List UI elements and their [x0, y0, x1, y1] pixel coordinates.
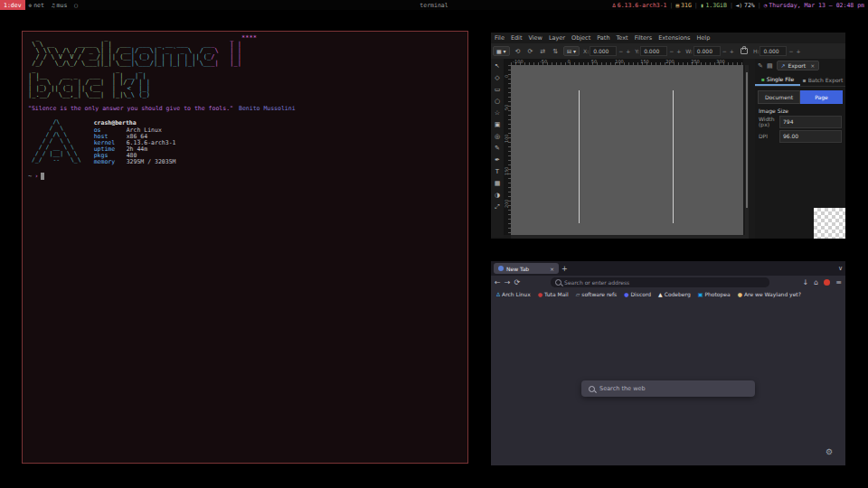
bookmark-tuta-mail[interactable]: ●Tuta Mail [538, 291, 569, 297]
url-bar[interactable]: Search or enter address [551, 277, 769, 287]
ascii-banner: _ _ _ **** \ \ __ _____ | | ___ ___ _ __… [28, 35, 462, 99]
menu-edit[interactable]: Edit [511, 34, 523, 42]
field-x[interactable]: X:0.000−+ [583, 46, 631, 56]
bookmark-software-refs[interactable]: ▱software refs [576, 291, 618, 297]
status-bar: 1:dev⊕net♫mus▢ terminal Δ6.13.6-arch3-1|… [0, 0, 868, 10]
vertical-ruler: 050100150200 [504, 65, 511, 235]
menu-path[interactable]: Path [597, 34, 609, 42]
flip-horizontal-icon[interactable]: ⇄ [538, 48, 547, 55]
rotate-cw-icon[interactable]: ⟳ [525, 48, 534, 55]
status-vol: ◄)72% [736, 2, 755, 9]
back-button[interactable]: ← [495, 278, 501, 286]
measure-tool[interactable]: ⤢ [492, 202, 503, 212]
fetch-rows: osArch Linuxhostx86_64kernel6.13.6-arch3… [94, 127, 176, 165]
star-tool[interactable]: ☆ [492, 108, 503, 118]
url-placeholder: Search or enter address [564, 279, 629, 286]
align-dropdown[interactable]: ⊟ ▾ [563, 46, 580, 56]
layers-icon[interactable]: ▤ [767, 62, 773, 70]
bookmark-icon: ● [624, 291, 628, 297]
status-ram: ▮1.3GiB [701, 2, 727, 9]
canvas-horizontal-scrollbar[interactable] [511, 235, 749, 239]
ruler-tick: 300 [716, 59, 725, 64]
ruler-tick: 150 [640, 59, 649, 64]
tab-batch-export[interactable]: ▪Batch Export [800, 74, 845, 86]
menu-layer[interactable]: Layer [549, 34, 565, 42]
page-button[interactable]: Page [800, 90, 843, 104]
tab-favicon [498, 266, 504, 271]
prompt-path: ~ [28, 173, 32, 180]
tool-options-bar: ▦ ▾ ⟲ ⟳ ⇄ ⇅ ⊟ ▾ X:0.000−+Y:0.000−+W:0.00… [491, 43, 845, 59]
rotate-ccw-icon[interactable]: ⟲ [514, 48, 523, 55]
workspace-mus[interactable]: ♫mus [48, 0, 71, 10]
ellipse-tool[interactable]: ○ [492, 96, 503, 107]
workspace-square[interactable]: ▢ [71, 0, 81, 10]
tab-close-icon[interactable]: × [550, 266, 554, 272]
menu-text[interactable]: Text [617, 34, 628, 42]
workspace-list: 1:dev⊕net♫mus▢ [0, 0, 81, 10]
lock-icon[interactable] [741, 48, 748, 54]
workspace-net[interactable]: ⊕net [25, 0, 48, 10]
clock-icon: ◔ [764, 2, 768, 8]
menu-icon[interactable]: ≡ [835, 278, 842, 286]
drawing-canvas[interactable] [511, 65, 743, 235]
shell-prompt[interactable]: ~› [28, 173, 462, 180]
field-h[interactable]: H:0.000−+ [753, 46, 802, 56]
web-search-input[interactable]: Search the web [581, 380, 755, 397]
list-all-tabs-icon[interactable]: ∨ [838, 265, 843, 272]
menu-filters[interactable]: Filters [635, 34, 652, 42]
flip-vertical-icon[interactable]: ⇅ [551, 48, 560, 55]
dpi-input[interactable]: 96.00 [779, 130, 842, 143]
pen-tool[interactable]: ✒ [492, 155, 503, 165]
close-icon[interactable]: × [810, 62, 815, 69]
terminal-window[interactable]: _ _ _ **** \ \ __ _____ | | ___ ___ _ __… [22, 31, 468, 464]
selector-tool[interactable]: ↖ [492, 61, 503, 71]
separator: | [730, 2, 733, 9]
menu-object[interactable]: Object [571, 34, 590, 42]
personalize-gear-icon[interactable]: ⚙ [826, 447, 833, 456]
bookmark-are-we-wayland-yet-[interactable]: ●Are we Wayland yet? [738, 291, 801, 297]
tab-new-tab[interactable]: New Tab × [494, 263, 559, 274]
field-w[interactable]: W:0.000−+ [685, 46, 735, 56]
gradient-tool[interactable]: ▦ [492, 178, 503, 189]
bookmark-codeberg[interactable]: ▲Codeberg [658, 291, 691, 297]
export-dialog-tab[interactable]: ↗ Export × [777, 61, 820, 70]
pencil-tool[interactable]: ✎ [492, 143, 503, 154]
menu-view[interactable]: View [528, 34, 542, 42]
document-button[interactable]: Document [758, 90, 800, 104]
new-tab-button[interactable]: + [561, 265, 568, 273]
menu-file[interactable]: File [495, 34, 505, 42]
coordinate-fields: X:0.000−+Y:0.000−+W:0.000−+H:0.000−+ [583, 46, 801, 56]
prompt-char: › [34, 173, 38, 180]
dropper-tool[interactable]: ◑ [492, 190, 503, 201]
forward-button[interactable]: → [505, 278, 511, 286]
width-input[interactable]: 794 [779, 116, 842, 128]
text-tool[interactable]: T [492, 166, 503, 177]
box3d-tool[interactable]: ▣ [492, 119, 503, 130]
disk-icon: ▤ [675, 2, 679, 8]
selection-mode-dropdown[interactable]: ▦ ▾ [493, 46, 510, 56]
adblock-extension-icon[interactable] [824, 279, 830, 286]
field-y[interactable]: Y:0.000−+ [635, 46, 682, 56]
menu-help[interactable]: Help [696, 34, 710, 42]
rectangle-tool[interactable]: ▭ [492, 84, 503, 95]
tab-single-file[interactable]: ▪Single File [755, 74, 800, 86]
xml-editor-icon[interactable]: ✎ [758, 62, 763, 70]
canvas-vertical-scrollbar[interactable] [745, 65, 749, 235]
node-tool[interactable]: ◇ [492, 72, 503, 83]
bookmark-photopea[interactable]: ▣Photopea [698, 291, 731, 297]
ruler-tick: 150 [504, 166, 509, 175]
downloads-icon[interactable]: ↓ [803, 278, 809, 286]
bookmark-arch-linux[interactable]: ΔArch Linux [496, 291, 531, 297]
bookmark-icon: ▲ [658, 291, 663, 297]
ruler-tick: 250 [691, 59, 700, 64]
terminal-cursor [41, 173, 44, 180]
workspace-1:dev[interactable]: 1:dev [0, 0, 25, 10]
user-host: crash@bertha [94, 119, 176, 127]
bookmark-discord[interactable]: ●Discord [624, 291, 651, 297]
spiral-tool[interactable]: ◎ [492, 131, 503, 142]
ruler-tick: 50 [591, 59, 597, 64]
reload-button[interactable]: ⟳ [514, 278, 520, 286]
home-icon[interactable]: ⌂ [814, 278, 818, 286]
menu-extensions[interactable]: Extensions [658, 34, 690, 42]
status-clock: ◔Thursday, Mar 13 — 02:48 pm [764, 2, 864, 9]
